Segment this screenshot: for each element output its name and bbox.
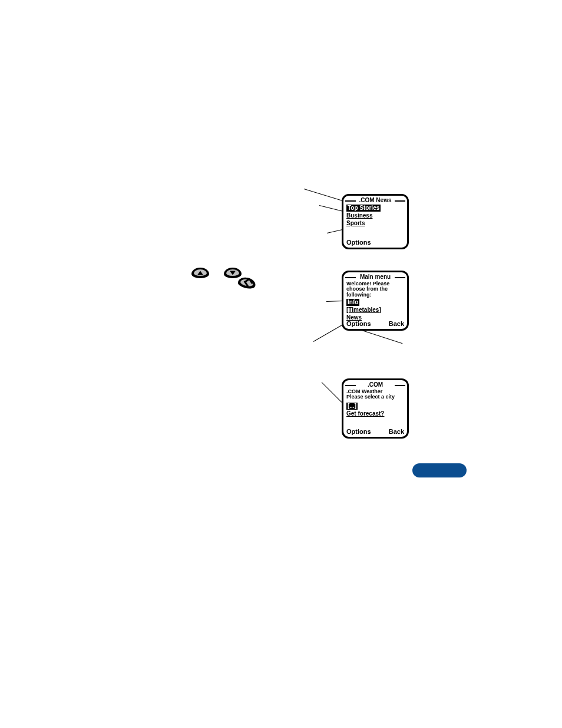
screen-title: Main menu xyxy=(343,272,407,281)
menu-item-selected[interactable]: Top Stories xyxy=(346,205,381,212)
weather-prompt: Please select a city xyxy=(346,394,404,400)
softkey-back[interactable]: Back xyxy=(389,320,404,328)
welcome-text: Welcome! Please choose from the followin… xyxy=(346,281,404,298)
softkey-options[interactable]: Options xyxy=(346,320,371,328)
phone-screen-mainmenu: Main menu Welcome! Please choose from th… xyxy=(342,271,409,331)
leader-line xyxy=(313,324,344,342)
softkey-options[interactable]: Options xyxy=(346,428,371,436)
leader-line xyxy=(322,382,342,403)
menu-item[interactable]: [Timetables] xyxy=(346,307,404,314)
menu-item-selected[interactable]: Info xyxy=(346,299,359,306)
phone-screen-news: .COM News Top Stories Business Sports Op… xyxy=(342,194,409,249)
screen-title: .COM News xyxy=(343,196,407,204)
select-field[interactable]: [...] xyxy=(346,403,358,410)
menu-item[interactable]: Get forecast? xyxy=(346,410,404,417)
softkey-back[interactable]: Back xyxy=(389,428,404,436)
scroll-down-icon xyxy=(224,268,242,278)
blue-pill xyxy=(412,463,467,477)
menu-item[interactable]: Sports xyxy=(346,220,404,227)
phone-screen-weather: .COM .COM Weather Please select a city [… xyxy=(342,378,409,439)
screen-title: .COM xyxy=(343,380,407,388)
menu-item[interactable]: Business xyxy=(346,212,404,219)
enter-key-icon xyxy=(237,276,256,290)
scroll-up-icon xyxy=(191,268,209,278)
softkey-options[interactable]: Options xyxy=(346,239,371,246)
